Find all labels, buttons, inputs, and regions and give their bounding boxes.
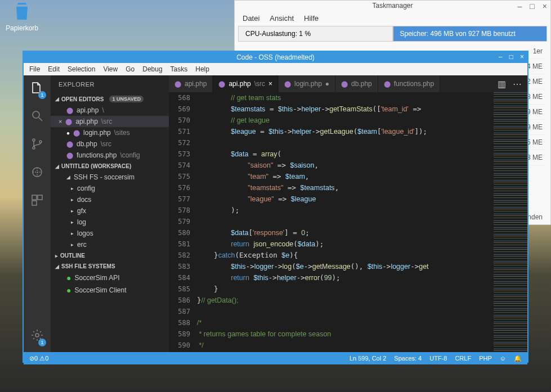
tm-tab-cpu[interactable]: CPU-Auslastung: 1 % (238, 26, 393, 42)
php-icon: ⬤ (66, 107, 73, 114)
php-icon: ⬤ (65, 118, 72, 125)
ssh-root[interactable]: ◢SSH FS - soccersim (51, 172, 169, 183)
open-editor-item[interactable]: ⬤ db.php \src (51, 138, 169, 150)
close-icon[interactable]: × (268, 80, 272, 88)
editor-tab[interactable]: ⬤ functions.php (378, 75, 440, 92)
vs-maximize[interactable]: □ (509, 53, 513, 61)
status-encoding[interactable]: UTF-8 (429, 355, 447, 362)
gear-icon (30, 328, 44, 342)
status-feedback[interactable]: ☺ (500, 355, 506, 362)
php-icon: ⬤ (66, 152, 73, 159)
editor-tab[interactable]: ⬤ api.php (169, 75, 213, 92)
desktop-trash[interactable]: Papierkorb (6, 0, 38, 32)
search-icon (30, 109, 44, 123)
activity-settings[interactable] (30, 328, 44, 344)
menu-tasks[interactable]: Tasks (171, 65, 188, 73)
explorer-title: EXPLORER (51, 75, 169, 93)
tm-menu-file[interactable]: Datei (243, 14, 259, 22)
trash-label: Papierkorb (6, 24, 38, 32)
folder-item[interactable]: ▸docs (51, 194, 169, 205)
menu-edit[interactable]: Edit (48, 65, 60, 73)
menu-selection[interactable]: Selection (68, 65, 95, 73)
tm-maximize[interactable]: □ (530, 2, 534, 11)
status-spaces[interactable]: Spaces: 4 (394, 355, 422, 362)
folder-item[interactable]: ▸erc (51, 239, 169, 250)
code-content[interactable]: // get team stats $teamstats = $this->he… (197, 92, 494, 352)
close-icon[interactable]: × (59, 118, 62, 125)
activity-explorer[interactable] (30, 81, 44, 97)
php-icon: ⬤ (174, 80, 181, 88)
vscode-titlebar[interactable]: Code - OSS (headmelted) – □ × (24, 52, 527, 63)
php-icon: ⬤ (384, 80, 391, 88)
menu-help[interactable]: Help (195, 65, 209, 73)
open-editor-item[interactable]: × ⬤ api.php \src (51, 116, 169, 127)
extensions-icon (30, 193, 44, 207)
tm-menu-view[interactable]: Ansicht (270, 14, 294, 22)
editor-area: ⬤ api.php ⬤ api.php \src × ⬤ login.php ●… (169, 75, 527, 352)
folder-item[interactable]: ▸gfx (51, 205, 169, 217)
activity-extensions[interactable] (30, 193, 44, 209)
php-icon: ⬤ (218, 80, 225, 88)
split-icon[interactable]: ▥ (498, 79, 506, 89)
folder-item[interactable]: ▸logos (51, 228, 169, 239)
open-editors-header[interactable]: ◢ OPEN EDITORS 1 UNSAVED (51, 93, 169, 105)
status-lang[interactable]: PHP (479, 355, 492, 362)
open-editor-item[interactable]: ⬤ api.php \ (51, 105, 169, 116)
svg-rect-7 (32, 201, 37, 205)
svg-rect-5 (32, 195, 37, 200)
folder-item[interactable]: ▸log (51, 217, 169, 228)
activity-bar (24, 75, 51, 352)
menu-go[interactable]: Go (126, 65, 135, 73)
vscode-title-text: Code - OSS (headmelted) (236, 53, 315, 61)
menu-file[interactable]: File (29, 65, 40, 73)
status-bar: ⊘0 ⚠0 Ln 599, Col 2 Spaces: 4 UTF-8 CRLF… (24, 352, 527, 364)
editor-tab[interactable]: ⬤ login.php ● (279, 75, 335, 92)
vscode-window: Code - OSS (headmelted) – □ × FileEditSe… (23, 51, 528, 363)
unsaved-badge: 1 UNSAVED (109, 96, 144, 102)
tm-title: Taskmanager (235, 1, 550, 11)
workspace-header[interactable]: ◢UNTITLED (WORKSPACE) (51, 161, 169, 172)
tm-close[interactable]: × (543, 2, 547, 11)
minimap[interactable] (494, 92, 527, 352)
status-ln[interactable]: Ln 599, Col 2 (350, 355, 386, 362)
sshfs-header[interactable]: ◢SSH FILE SYSTEMS (51, 261, 169, 272)
vs-minimize[interactable]: – (499, 53, 503, 61)
folder-item[interactable]: ▸config (51, 183, 169, 194)
menu-debug[interactable]: Debug (142, 65, 162, 73)
branch-icon (30, 137, 44, 151)
editor-tab[interactable]: ⬤ api.php \src × (213, 75, 279, 92)
ssh-connection[interactable]: ●SoccerSim API (51, 272, 169, 284)
editor-tab[interactable]: ⬤ db.php (335, 75, 378, 92)
tm-menubar: Datei Ansicht Hilfe (235, 11, 550, 26)
tm-tab-memory[interactable]: Speicher: 496 MB von 927 MB benutzt (393, 26, 548, 42)
svg-point-0 (33, 111, 39, 118)
svg-point-2 (33, 147, 35, 149)
status-errors[interactable]: ⊘0 ⚠0 (29, 355, 48, 362)
vs-close[interactable]: × (520, 53, 524, 61)
svg-point-8 (35, 334, 39, 337)
more-icon[interactable]: ⋯ (513, 79, 522, 89)
outline-header[interactable]: ▸OUTLINE (51, 250, 169, 261)
tm-minimize[interactable]: – (518, 2, 522, 11)
vscode-menubar: FileEditSelectionViewGoDebugTasksHelp (24, 63, 527, 75)
line-gutter: 568 569 570 571 572 573 574 575 576 577 … (169, 92, 197, 352)
activity-scm[interactable] (30, 137, 44, 153)
open-editor-item[interactable]: ● ⬤ login.php \sites (51, 127, 169, 138)
activity-search[interactable] (30, 109, 44, 125)
tm-menu-help[interactable]: Hilfe (304, 14, 319, 22)
menu-view[interactable]: View (103, 65, 118, 73)
activity-debug[interactable] (30, 165, 44, 181)
svg-point-1 (33, 139, 35, 141)
tm-footer: nden (527, 213, 543, 221)
trash-icon (11, 0, 33, 22)
status-bell[interactable]: 🔔 (514, 355, 522, 362)
editor-tabs: ⬤ api.php ⬤ api.php \src × ⬤ login.php ●… (169, 75, 527, 92)
files-icon (30, 81, 44, 94)
svg-point-3 (39, 141, 42, 143)
explorer-sidebar: EXPLORER ◢ OPEN EDITORS 1 UNSAVED ⬤ api.… (51, 75, 169, 352)
open-editor-item[interactable]: ⬤ functions.php \config (51, 150, 169, 161)
bug-icon (30, 165, 44, 179)
ssh-connection[interactable]: ●SoccerSim Client (51, 284, 169, 296)
php-icon: ⬤ (73, 129, 80, 137)
status-eol[interactable]: CRLF (455, 355, 471, 362)
